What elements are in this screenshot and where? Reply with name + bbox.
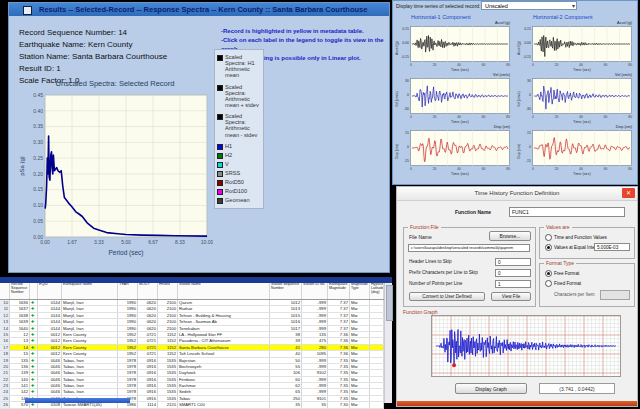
table-cell: Bajestan [178, 358, 270, 363]
table-cell: 65 [270, 389, 302, 394]
column-header[interactable]: MODY [138, 283, 158, 299]
table-cell: 23 [0, 383, 10, 388]
column-header[interactable] [30, 283, 38, 299]
display-graph-button[interactable]: Display Graph [455, 383, 527, 394]
legend-label[interactable]: V [225, 161, 229, 167]
svg-text:0.10: 0.10 [33, 202, 43, 208]
legend-item[interactable]: H1 [217, 143, 261, 150]
spectra-plot-area[interactable]: 0.000.050.100.150.200.250.300.350.400.45… [17, 89, 213, 267]
table-cell: Mw [350, 377, 370, 382]
dialog-titlebar[interactable]: Time History Function Definition ✕ [397, 187, 637, 201]
legend-label[interactable]: Geomean [225, 197, 250, 203]
column-header[interactable]: Earthquake Magnitude [328, 283, 350, 299]
radio-label: Fixed Format [554, 281, 581, 286]
radio-icon[interactable] [545, 270, 552, 277]
radio-icon[interactable] [545, 244, 552, 251]
legend-item[interactable]: SRSS [217, 170, 261, 177]
legend-item[interactable]: Scaled Spectra: H1 Arithmetic mean [217, 54, 261, 79]
function-name-input[interactable]: FUNC1 [509, 207, 625, 217]
view-file-button[interactable]: View File [491, 292, 531, 301]
table-cell: 1986 [118, 402, 138, 407]
legend-swatch [217, 189, 223, 195]
table-cell: Mw [350, 313, 370, 318]
table-cell: 1095 [302, 351, 328, 356]
table-cell: 11 [0, 306, 10, 311]
column-header[interactable]: Station Sequence Number [270, 283, 302, 299]
header-lines-input[interactable]: 0 [495, 258, 531, 266]
column-header[interactable]: EQID [38, 283, 62, 299]
legend-item[interactable]: Geomean [217, 197, 261, 204]
legend-item[interactable]: V [217, 161, 261, 168]
legend-item[interactable]: Scaled Spectra: Arithmetic mean - stdev [217, 113, 261, 138]
legend-label[interactable]: Scaled Spectra: Arithmetic mean - stdev [225, 113, 261, 138]
legend-label[interactable]: H2 [225, 152, 232, 158]
column-header[interactable] [0, 283, 10, 299]
radio-icon[interactable] [545, 280, 552, 287]
note-line: -Record is highlighted in yellow in meta… [221, 27, 387, 36]
fixed-format-radio[interactable]: Fixed Format [545, 280, 581, 287]
column-header[interactable]: Hypocenter Latitude (deg) [370, 283, 384, 299]
function-graph[interactable] [431, 315, 621, 377]
table-cell: 1636 [10, 300, 30, 305]
points-per-line-input[interactable]: 1 [495, 280, 531, 288]
table-cell: 0046 [38, 389, 62, 394]
table-cell: 570 [10, 402, 30, 407]
legend-item[interactable]: RotD50 [217, 179, 261, 186]
legend-label[interactable]: RotD50 [225, 179, 244, 185]
table-cell: 0721 [138, 351, 158, 356]
time-and-function-values-radio[interactable]: Time and Function Values [545, 234, 607, 241]
column-header[interactable]: HRMN [158, 283, 178, 299]
legend-item[interactable]: H2 [217, 152, 261, 159]
waveform-plot [532, 130, 632, 166]
table-cell: 12 [10, 332, 30, 337]
column-header[interactable]: Earthquake Name [62, 283, 118, 299]
table-cell: 7.37 [328, 313, 350, 318]
legend-label[interactable]: Scaled Spectra: H1 Arithmetic mean [225, 54, 261, 79]
table-cell: Santa Barbara Courthouse [178, 345, 270, 350]
legend-label[interactable]: Scaled Spectra: Arithmetic mean + stdev [225, 84, 261, 109]
column-header[interactable]: YEAR [118, 283, 138, 299]
close-icon[interactable]: ✕ [622, 188, 635, 198]
browse-button[interactable]: Browse... [489, 231, 531, 241]
mini-plot-vel: Vel (cm/s)Vel (cm/s)300-30020406080Time … [517, 73, 638, 125]
metadata-line: Result ID: 1 [19, 63, 167, 75]
svg-text:0.45: 0.45 [33, 92, 43, 98]
legend-item[interactable]: RotD100 [217, 188, 261, 195]
table-cell [370, 306, 384, 311]
file-path-input[interactable]: c:\users\kazapa\desktop\unscaled records… [408, 244, 530, 252]
table-cell [370, 370, 384, 375]
table-cell: 13 [0, 319, 10, 324]
table-cell: 0721 [138, 332, 158, 337]
table-cell: -999 [302, 326, 328, 331]
table-scrollbar[interactable] [384, 283, 392, 403]
table-cell: 0012 [38, 345, 62, 350]
column-header[interactable]: Magnitude Type [350, 283, 370, 299]
interval-value-input[interactable]: 5.000E-03 [594, 243, 630, 251]
column-header[interactable]: Station ID No. [302, 283, 328, 299]
free-format-radio[interactable]: Free Format [545, 270, 579, 277]
flag-cell: ✚ [30, 402, 38, 407]
table-cell: 7.35 [328, 358, 350, 363]
column-header[interactable]: Record Sequence Number [10, 283, 30, 299]
flag-cell: ✚ [30, 351, 38, 356]
column-header[interactable]: Station Name [178, 283, 270, 299]
legend-item[interactable]: Scaled Spectra: Arithmetic mean + stdev [217, 84, 261, 109]
convert-to-user-defined-button[interactable]: Convert to User Defined [409, 292, 485, 301]
table-cell: Tehran - Sazman Ab [178, 319, 270, 324]
table-cell: Kashmar [178, 383, 270, 388]
table-cell: 38 [270, 332, 302, 337]
legend-label[interactable]: H1 [225, 143, 232, 149]
table-cell: 1152 [158, 338, 178, 343]
scrollbar-thumb[interactable] [386, 285, 393, 321]
legend-label[interactable]: RotD100 [225, 188, 247, 194]
radio-icon[interactable] [545, 234, 552, 241]
table-cell: 0012 [38, 351, 62, 356]
spectra-chart[interactable]: Unscaled Spectra: Selected Record 0.000.… [17, 79, 213, 271]
record-type-dropdown[interactable]: Unscaled ▾ [481, 1, 577, 10]
y-tick-label: 0.15 [397, 27, 409, 31]
table-cell: 1990 [118, 300, 138, 305]
record-flag-icon: ✚ [31, 306, 34, 311]
record-flag-icon: ✚ [31, 351, 34, 356]
legend-label[interactable]: SRSS [225, 170, 240, 176]
prefix-chars-input[interactable]: 0 [495, 269, 531, 277]
